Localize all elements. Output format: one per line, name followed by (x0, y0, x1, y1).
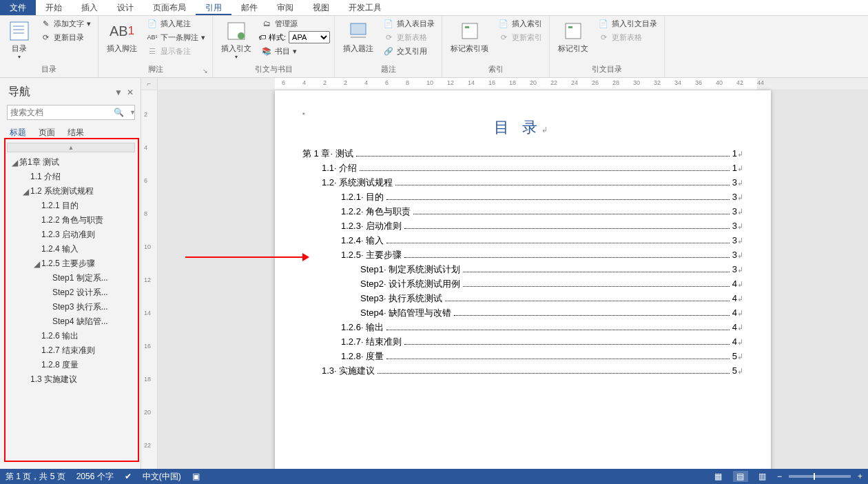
hruler-tick: 12 (447, 79, 454, 86)
nav-node[interactable]: Step4 缺陷管... (7, 314, 135, 329)
view-print-icon[interactable]: ▤ (733, 471, 748, 482)
nav-node[interactable]: ◢1.2.5 主要步骤 (7, 256, 135, 271)
nav-search-input[interactable] (10, 108, 114, 117)
menu-review[interactable]: 审阅 (267, 0, 303, 15)
update-toa-button[interactable]: ⟳更新表格 (595, 31, 660, 43)
nav-dropdown[interactable]: ▼ (114, 88, 123, 97)
cross-ref-button[interactable]: 🔗交叉引用 (380, 45, 437, 57)
manage-sources-button[interactable]: 🗂管理源 (258, 17, 330, 30)
update-caption-table-button[interactable]: ⟳更新表格 (380, 31, 437, 43)
toc-entry[interactable]: Step3· 执行系统测试 4↲ (302, 292, 743, 305)
toc-entry[interactable]: 1.3· 实施建议 5↲ (302, 365, 743, 377)
style-label: 样式: (269, 32, 286, 43)
search-icon[interactable]: 🔍 (114, 108, 124, 117)
nav-node[interactable]: 1.2.7 结束准则 (7, 343, 135, 358)
tab-pages[interactable]: 页面 (39, 127, 55, 139)
nav-node[interactable]: 1.1 介绍 (7, 170, 135, 184)
nav-close[interactable]: ✕ (127, 88, 134, 97)
nav-node[interactable]: 1.2.1 目的 (7, 199, 135, 213)
view-read-icon[interactable]: ▦ (711, 471, 726, 482)
nav-node[interactable]: Step1 制定系... (7, 271, 135, 285)
status-lang[interactable]: 中文(中国) (143, 471, 181, 483)
status-words[interactable]: 2056 个字 (76, 471, 114, 483)
toc-entry[interactable]: 1.2.5· 主要步骤 3↲ (302, 249, 743, 261)
menu-file[interactable]: 文件 (0, 0, 36, 15)
toc-entry[interactable]: 1.2.2· 角色与职责 3↲ (302, 205, 743, 218)
hruler-tick: 4 (364, 79, 368, 86)
mark-entry-button[interactable]: 标记索引项 (446, 17, 493, 63)
toc-entry[interactable]: Step1· 制定系统测试计划 3↲ (302, 263, 743, 276)
nav-node[interactable]: 1.2.8 度量 (7, 358, 135, 372)
toc-entry[interactable]: 1.2· 系统测试规程 3↲ (302, 177, 743, 189)
insert-caption-button[interactable]: 插入题注 (339, 17, 378, 63)
hruler-tick: 26 (592, 79, 599, 86)
zoom-slider[interactable] (789, 475, 851, 478)
nav-title: 导航 (8, 85, 30, 99)
menu-bar: 文件 开始 插入 设计 页面布局 引用 邮件 审阅 视图 开发工具 (0, 0, 868, 16)
nav-node[interactable]: 1.3 实施建议 (7, 372, 135, 387)
mark-citation-button[interactable]: 标记引文 (554, 17, 592, 63)
insert-endnote-button[interactable]: 📄插入尾注 (144, 17, 208, 30)
nav-node[interactable]: Step2 设计系... (7, 285, 135, 300)
nav-node[interactable]: Step3 执行系... (7, 300, 135, 314)
update-toc-button[interactable]: ⟳更新目录 (37, 31, 94, 43)
toc-entry[interactable]: Step2· 设计系统测试用例 4↲ (302, 278, 743, 290)
svg-rect-0 (10, 22, 28, 40)
search-dropdown[interactable]: ▼ (130, 109, 136, 116)
menu-view[interactable]: 视图 (303, 0, 339, 15)
toc-button[interactable]: 目录▾ (4, 17, 34, 63)
menu-design[interactable]: 设计 (107, 0, 143, 15)
add-text-button[interactable]: ✎添加文字 ▾ (37, 17, 94, 30)
toc-entry[interactable]: Step4· 缺陷管理与改错 4↲ (302, 307, 743, 319)
toc-entry[interactable]: 1.2.7· 结束准则4↲ (302, 336, 743, 348)
menu-dev[interactable]: 开发工具 (339, 0, 391, 15)
menu-references[interactable]: 引用 (196, 0, 231, 15)
svg-rect-8 (462, 23, 477, 39)
next-footnote-button[interactable]: AB¹下一条脚注 ▾ (144, 31, 208, 43)
toc-entry[interactable]: 第 1 章· 测试 1↲ (302, 148, 743, 160)
menu-mailings[interactable]: 邮件 (231, 0, 267, 15)
nav-node[interactable]: 1.2.6 输出 (7, 329, 135, 343)
insert-footnote-button[interactable]: AB1 插入脚注 (103, 17, 141, 63)
insert-citation-button[interactable]: 插入引文▾ (217, 17, 256, 63)
zoom-out[interactable]: − (777, 472, 782, 481)
menu-home[interactable]: 开始 (36, 0, 72, 15)
toc-entry[interactable]: 1.2.1· 目的3↲ (302, 191, 743, 203)
toc-entry[interactable]: 1.2.4· 输入 3↲ (302, 234, 743, 247)
nav-collapse-bar[interactable]: ▲ (7, 143, 135, 152)
tab-results[interactable]: 结果 (68, 127, 84, 139)
tab-headings[interactable]: 标题 (10, 127, 26, 139)
insert-index-button[interactable]: 📄插入索引 (495, 17, 545, 30)
bibliography-button[interactable]: 📚书目 ▾ (258, 45, 330, 57)
page[interactable]: ▪ 目 录↲ 第 1 章· 测试 1↲1.1· 介绍 1↲1.2· 系统测试规程… (275, 90, 771, 469)
citation-style-select[interactable]: APA (289, 31, 330, 43)
menu-insert[interactable]: 插入 (72, 0, 107, 15)
vruler-tick: 22 (144, 442, 151, 449)
hruler-tick: 16 (488, 79, 495, 86)
update-index-button[interactable]: ⟳更新索引 (495, 31, 545, 43)
toc-entry[interactable]: 1.2.6· 输出 4↲ (302, 321, 743, 334)
citation-style-row: 🏷 样式: APA (258, 31, 330, 43)
view-web-icon[interactable]: ▥ (755, 471, 770, 482)
group-footnotes-title: 脚注 (103, 63, 208, 76)
table-fig-icon: 📄 (383, 18, 394, 29)
nav-node[interactable]: 1.2.4 输入 (7, 242, 135, 256)
nav-tabs: 标题 页面 结果 (7, 120, 135, 143)
hruler-tick: 10 (426, 79, 433, 86)
footnotes-launcher[interactable]: ↘ (203, 68, 211, 76)
nav-node[interactable]: 1.2.3 启动准则 (7, 228, 135, 242)
show-notes-button[interactable]: ☰显示备注 (144, 45, 208, 57)
menu-layout[interactable]: 页面布局 (143, 0, 196, 15)
toc-entry[interactable]: 1.1· 介绍 1↲ (302, 162, 743, 174)
insert-toa-button[interactable]: 📄插入引文目录 (595, 17, 660, 30)
nav-node[interactable]: 1.2.2 角色与职责 (7, 213, 135, 228)
insert-table-fig-button[interactable]: 📄插入表目录 (380, 17, 437, 30)
nav-node[interactable]: ◢1.2 系统测试规程 (7, 184, 135, 199)
toc-entry[interactable]: 1.2.3· 启动准则3↲ (302, 220, 743, 232)
nav-node[interactable]: ◢第1章 测试 (7, 155, 135, 170)
status-page[interactable]: 第 1 页，共 5 页 (6, 471, 65, 483)
status-proofing-icon[interactable]: ✔ (125, 472, 132, 481)
toc-entry[interactable]: 1.2.8· 度量 5↲ (302, 350, 743, 363)
zoom-in[interactable]: + (858, 472, 862, 481)
status-macro-icon[interactable]: ▣ (192, 472, 200, 481)
